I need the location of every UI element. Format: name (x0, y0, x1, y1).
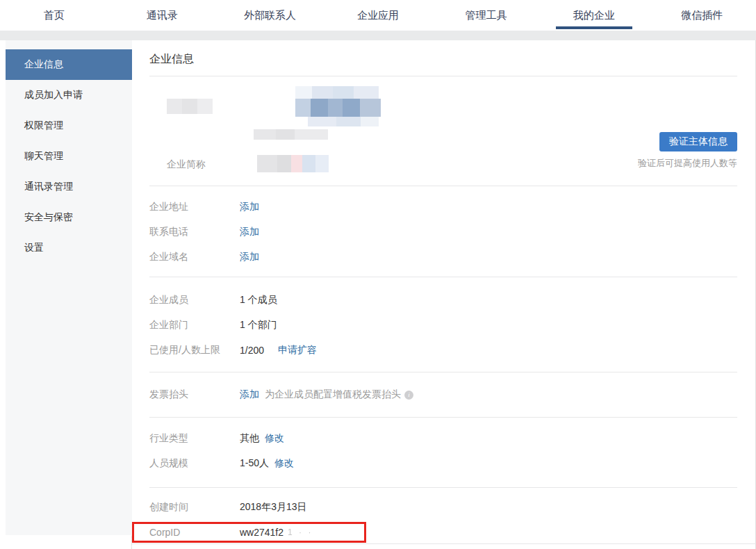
nav-item-home[interactable]: 首页 (0, 0, 108, 31)
row-label: 企业成员 (149, 294, 240, 306)
sidebar-item-label: 通讯录管理 (24, 181, 73, 193)
sidebar-item-label: 设置 (24, 242, 44, 254)
row-label: 企业地址 (149, 201, 240, 213)
row-label: 人员规模 (149, 457, 240, 470)
add-address-link[interactable]: 添加 (240, 201, 259, 213)
page-title: 企业信息 (149, 40, 737, 76)
row-label: 企业域名 (149, 251, 240, 263)
corpid-redacted-tail: 1 · · (288, 527, 313, 537)
nav-label: 首页 (44, 9, 65, 22)
row-industry-type: 行业类型 其他 修改 (149, 426, 737, 451)
sidebar-item-member-join-request[interactable]: 成员加入申请 (6, 80, 132, 110)
row-corpid: CorpID ww2741f2 1 · · (149, 520, 737, 545)
created-date-value: 2018年3月13日 (240, 501, 307, 514)
section-invoice: 发票抬头 添加 为企业成员配置增值税发票抬头 i (149, 372, 737, 417)
edit-industry-link[interactable]: 修改 (265, 432, 284, 445)
add-domain-link[interactable]: 添加 (240, 251, 259, 263)
sidebar-item-label: 企业信息 (24, 58, 63, 71)
sidebar-panel: 企业信息 成员加入申请 权限管理 聊天管理 通讯录管理 安全与保密 设置 (6, 40, 132, 535)
bottom-divider (132, 543, 756, 544)
blurred-enterprise-subtext (254, 129, 328, 140)
blurred-enterprise-name (295, 86, 379, 99)
nav-divider-band (0, 31, 756, 40)
row-label: 发票抬头 (149, 388, 240, 401)
verify-hint-text: 验证后可提高使用人数等 (638, 157, 737, 170)
row-enterprise-members: 企业成员 1 个成员 (149, 288, 737, 313)
section-members: 企业成员 1 个成员 企业部门 1 个部门 已使用/人数上限 1/200 申请扩… (149, 277, 737, 372)
scale-value: 1-50人 (240, 457, 269, 470)
add-phone-link[interactable]: 添加 (240, 226, 259, 238)
request-expansion-link[interactable]: 申请扩容 (278, 344, 317, 357)
section-industry: 行业类型 其他 修改 人员规模 1-50人 修改 (149, 417, 737, 487)
nav-item-contacts[interactable]: 通讯录 (108, 0, 215, 31)
row-label: 行业类型 (149, 432, 240, 445)
members-count: 1 个成员 (240, 294, 277, 306)
info-icon[interactable]: i (404, 391, 413, 400)
sidebar-item-settings[interactable]: 设置 (6, 233, 132, 263)
top-navigation: 首页 通讯录 外部联系人 企业应用 管理工具 我的企业 微信插件 (0, 0, 756, 31)
row-invoice-title: 发票抬头 添加 为企业成员配置增值税发票抬头 i (149, 382, 737, 407)
nav-item-external-contacts[interactable]: 外部联系人 (216, 0, 324, 31)
nav-item-enterprise-apps[interactable]: 企业应用 (324, 0, 432, 31)
verify-subject-info-button[interactable]: 验证主体信息 (659, 132, 737, 151)
short-name-label: 企业简称 (167, 158, 206, 171)
sidebar-item-label: 权限管理 (24, 120, 63, 132)
row-usage-quota: 已使用/人数上限 1/200 申请扩容 (149, 338, 737, 363)
row-label: 联系电话 (149, 226, 240, 238)
add-invoice-link[interactable]: 添加 (240, 388, 259, 401)
sidebar-item-permission-management[interactable]: 权限管理 (6, 110, 132, 141)
row-label: 创建时间 (149, 501, 240, 514)
nav-label: 管理工具 (465, 9, 507, 22)
main-content: 企业信息 企业简称 验证主体信息 验证后可提高使用人数等 企业地址 添加 联系电… (132, 40, 756, 549)
sidebar-item-chat-management[interactable]: 聊天管理 (6, 141, 132, 172)
corpid-value: ww2741f2 (240, 527, 284, 538)
sidebar-item-enterprise-info[interactable]: 企业信息 (6, 49, 132, 80)
blurred-short-name-value (257, 155, 329, 172)
nav-item-my-enterprise[interactable]: 我的企业 (540, 0, 648, 31)
row-label: CorpID (149, 527, 240, 538)
nav-item-wechat-plugin[interactable]: 微信插件 (648, 0, 756, 31)
section-meta: 创建时间 2018年3月13日 CorpID ww2741f2 1 · · (149, 487, 737, 549)
nav-label: 我的企业 (573, 9, 615, 22)
sidebar-item-security-privacy[interactable]: 安全与保密 (6, 202, 132, 233)
nav-label: 外部联系人 (244, 9, 296, 22)
row-label: 企业部门 (149, 319, 240, 331)
blurred-enterprise-name (295, 99, 381, 117)
industry-value: 其他 (240, 432, 259, 445)
active-tab-underline (556, 26, 632, 29)
row-enterprise-address: 企业地址 添加 (149, 195, 737, 220)
sidebar-item-label: 成员加入申请 (24, 89, 83, 101)
invoice-note: 为企业成员配置增值税发票抬头 (265, 388, 401, 401)
nav-item-admin-tools[interactable]: 管理工具 (432, 0, 540, 31)
nav-label: 微信插件 (681, 9, 723, 22)
departments-count: 1 个部门 (240, 319, 277, 331)
row-created-time: 创建时间 2018年3月13日 (149, 495, 737, 520)
sidebar-item-label: 聊天管理 (24, 150, 63, 163)
row-staff-scale: 人员规模 1-50人 修改 (149, 451, 737, 476)
sidebar-item-label: 安全与保密 (24, 211, 73, 224)
section-contact-info: 企业地址 添加 联系电话 添加 企业域名 添加 (149, 186, 737, 277)
row-label: 已使用/人数上限 (149, 344, 240, 357)
enterprise-profile-block: 企业简称 验证主体信息 验证后可提高使用人数等 (149, 76, 737, 186)
nav-label: 企业应用 (357, 9, 399, 22)
nav-label: 通讯录 (147, 9, 178, 22)
edit-scale-link[interactable]: 修改 (274, 457, 294, 470)
sidebar-item-contacts-management[interactable]: 通讯录管理 (6, 172, 132, 202)
blurred-enterprise-logo (167, 99, 213, 114)
row-enterprise-domain: 企业域名 添加 (149, 245, 737, 270)
sidebar: 企业信息 成员加入申请 权限管理 聊天管理 通讯录管理 安全与保密 设置 (0, 40, 132, 549)
row-enterprise-departments: 企业部门 1 个部门 (149, 313, 737, 338)
row-contact-phone: 联系电话 添加 (149, 220, 737, 245)
blurred-enterprise-name (308, 117, 379, 126)
quota-value: 1/200 (240, 345, 264, 356)
